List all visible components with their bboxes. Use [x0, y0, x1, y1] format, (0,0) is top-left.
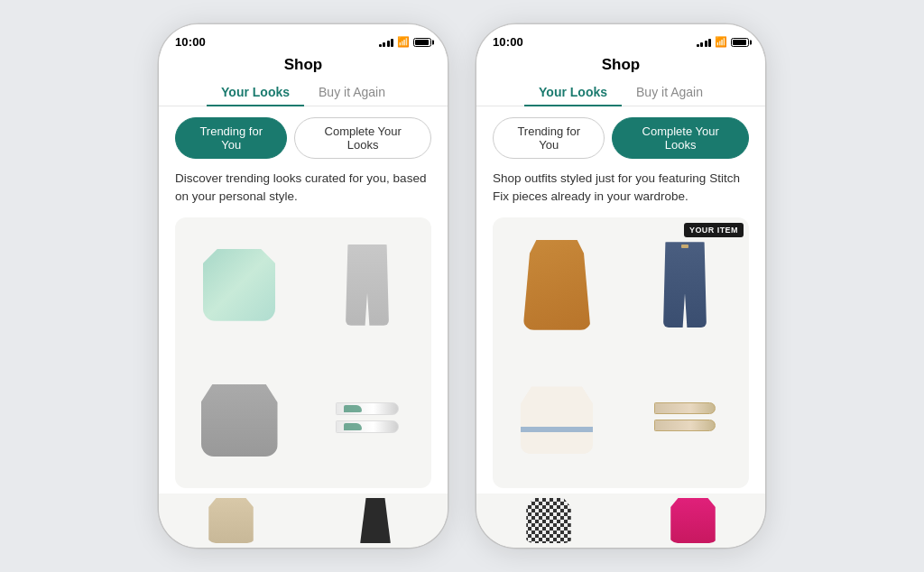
phone1-filter-trending[interactable]: Trending for You [175, 117, 287, 159]
phone2-outfit-item-jeans: YOUR ITEM [621, 217, 749, 353]
phone-1: 10:00 📶 Shop Your Looks [159, 24, 448, 548]
bar2 [700, 42, 703, 47]
phone1-outfit-item-pants [303, 217, 431, 353]
your-item-badge: YOUR ITEM [684, 223, 744, 237]
phone1-tab-your-looks[interactable]: Your Looks [207, 79, 304, 106]
phone2-filter-complete-looks[interactable]: Complete Your Looks [612, 117, 749, 159]
bar4 [708, 39, 711, 47]
sweater-pink-icon [669, 498, 718, 543]
jeans-blue-icon [663, 242, 707, 328]
phone2-bottom-preview [476, 494, 765, 548]
sneakers-tan-icon [649, 402, 721, 438]
phone2-outfit-grid: YOUR ITEM [493, 217, 749, 489]
phone1-status-icons: 📶 [379, 36, 432, 48]
phone2-battery-icon [731, 38, 749, 47]
phone2-notch-area: 10:00 📶 Shop Your Looks [476, 24, 765, 106]
phone2-tab-buy-again[interactable]: Buy it Again [622, 79, 717, 106]
sneaker-top [336, 402, 399, 415]
bar2 [383, 42, 385, 47]
phone-2: 10:00 📶 Shop Your Looks [476, 24, 765, 548]
phone2-time: 10:00 [493, 35, 523, 49]
phone2-description: Shop outfits styled just for you featuri… [493, 170, 749, 207]
coat-camel-icon [523, 240, 591, 330]
bar3 [387, 41, 390, 47]
top-houndstooth-icon [524, 498, 574, 543]
phone1-outfit-grid [175, 217, 431, 489]
hoodie-gray-icon [201, 384, 278, 457]
phone2-status-bar: 10:00 📶 [493, 33, 749, 52]
battery-fill [415, 40, 429, 45]
phone2-outfit-item-sweater [493, 353, 621, 488]
phone1-notch-area: 10:00 📶 Shop Your Looks [159, 24, 448, 106]
phone1-preview-tank [303, 494, 448, 548]
sweater-stripe-icon [521, 386, 593, 454]
phone1-outfit-item-jacket [175, 217, 303, 353]
phone1-wifi-icon: 📶 [397, 36, 410, 48]
sneaker-tan-bottom [654, 420, 716, 431]
phone2-content: Trending for You Complete Your Looks Sho… [476, 106, 765, 548]
jacket-mint-icon [203, 249, 275, 321]
sneaker-tan-top [654, 402, 716, 414]
bar1 [379, 44, 382, 47]
sneaker-bottom [336, 420, 399, 433]
phone2-preview-pink-sweater [621, 494, 765, 548]
phone2-tab-bar: Your Looks Buy it Again [476, 79, 765, 106]
phones-container: 10:00 📶 Shop Your Looks [159, 24, 765, 548]
phone2-status-icons: 📶 [697, 36, 750, 48]
phone1-status-bar: 10:00 📶 [175, 33, 431, 52]
phone2-filter-buttons: Trending for You Complete Your Looks [493, 117, 749, 159]
phone1-outfit-item-sneakers [303, 353, 431, 488]
bar4 [391, 39, 393, 47]
phone1-outfit-item-hoodie [175, 353, 303, 488]
bar3 [705, 41, 707, 47]
phone2-signal [697, 37, 712, 47]
phone2-preview-houndstooth [476, 494, 621, 548]
phone2-page-title: Shop [493, 56, 749, 74]
phone2-filter-trending[interactable]: Trending for You [493, 117, 605, 159]
jacket-beige-icon [207, 498, 256, 543]
phone2-outfit-item-sneakers [621, 353, 749, 488]
phone1-page-title: Shop [175, 56, 431, 74]
phone1-filter-complete-looks[interactable]: Complete Your Looks [294, 117, 431, 159]
phone1-signal [379, 37, 394, 47]
phone1-battery-icon [413, 38, 431, 47]
phone2-outfit-item-coat [493, 217, 621, 353]
tank-black-icon [356, 498, 394, 543]
pants-gray-icon [346, 244, 389, 326]
phone1-bottom-preview [159, 494, 448, 548]
phone1-description: Discover trending looks curated for you,… [175, 170, 431, 207]
battery-fill [733, 40, 746, 45]
bar1 [697, 44, 699, 47]
phone1-content: Trending for You Complete Your Looks Dis… [159, 106, 448, 548]
phone1-preview-beige-jacket [159, 494, 303, 548]
phone1-tab-bar: Your Looks Buy it Again [159, 79, 448, 106]
phone1-filter-buttons: Trending for You Complete Your Looks [175, 117, 431, 159]
phone1-time: 10:00 [175, 35, 206, 49]
phone2-wifi-icon: 📶 [715, 36, 727, 48]
phone1-tab-buy-again[interactable]: Buy it Again [304, 79, 400, 106]
phone2-tab-your-looks[interactable]: Your Looks [524, 79, 622, 106]
sneakers-white-icon [331, 402, 403, 438]
